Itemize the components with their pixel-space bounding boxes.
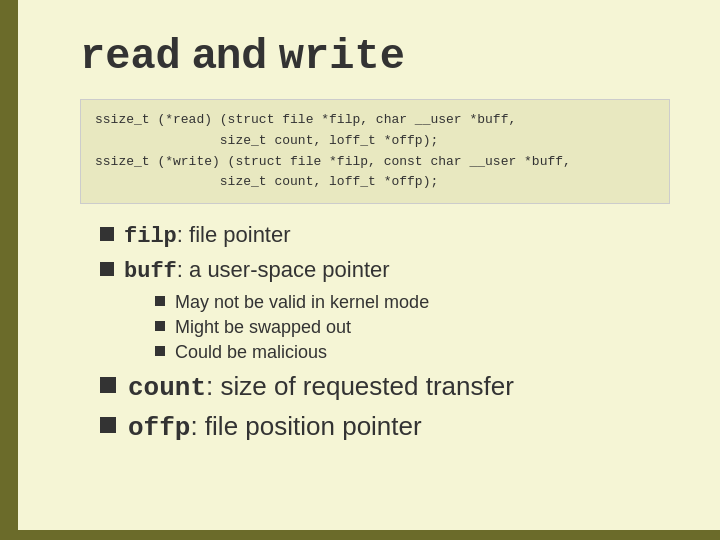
sub-bullet-square-1 [155, 296, 165, 306]
bullet-count-text: count: size of requested transfer [128, 371, 514, 403]
bullet-square-count [100, 377, 116, 393]
left-accent-bar [0, 0, 18, 540]
sub-bullet-3: Could be malicious [155, 342, 670, 363]
bullet-filp: filp: file pointer [100, 222, 670, 249]
bullet-buff-code: buff [124, 259, 177, 284]
bullet-section: filp: file pointer buff: a user-space po… [100, 222, 670, 443]
sub-bullet-2: Might be swapped out [155, 317, 670, 338]
bullet-filp-rest: : file pointer [177, 222, 291, 247]
bullet-square-offp [100, 417, 116, 433]
code-block: ssize_t (*read) (struct file *filp, char… [80, 99, 670, 204]
title-read: read [80, 33, 181, 81]
bullet-count-rest: : size of requested transfer [206, 371, 514, 401]
title-write: write [279, 33, 405, 81]
bullet-count: count: size of requested transfer [100, 371, 670, 403]
slide-title: read and write [80, 30, 670, 81]
bullet-square-filp [100, 227, 114, 241]
sub-bullet-square-2 [155, 321, 165, 331]
bullet-offp-text: offp: file position pointer [128, 411, 422, 443]
sub-bullet-square-3 [155, 346, 165, 356]
sub-bullet-text-1: May not be valid in kernel mode [175, 292, 429, 313]
bullet-buff-text: buff: a user-space pointer [124, 257, 390, 284]
bullet-offp-code: offp [128, 413, 190, 443]
bottom-accent-bar [0, 530, 720, 540]
title-and: and [181, 30, 279, 77]
bullet-count-code: count [128, 373, 206, 403]
bullet-filp-code: filp [124, 224, 177, 249]
sub-bullet-text-3: Could be malicious [175, 342, 327, 363]
bullet-square-buff [100, 262, 114, 276]
sub-bullet-1: May not be valid in kernel mode [155, 292, 670, 313]
sub-bullets: May not be valid in kernel mode Might be… [155, 292, 670, 363]
bullet-offp: offp: file position pointer [100, 411, 670, 443]
sub-bullet-text-2: Might be swapped out [175, 317, 351, 338]
bullet-filp-text: filp: file pointer [124, 222, 291, 249]
bullet-buff-rest: : a user-space pointer [177, 257, 390, 282]
bullet-offp-rest: : file position pointer [190, 411, 421, 441]
bullet-buff: buff: a user-space pointer [100, 257, 670, 284]
slide: read and write ssize_t (*read) (struct f… [0, 0, 720, 540]
